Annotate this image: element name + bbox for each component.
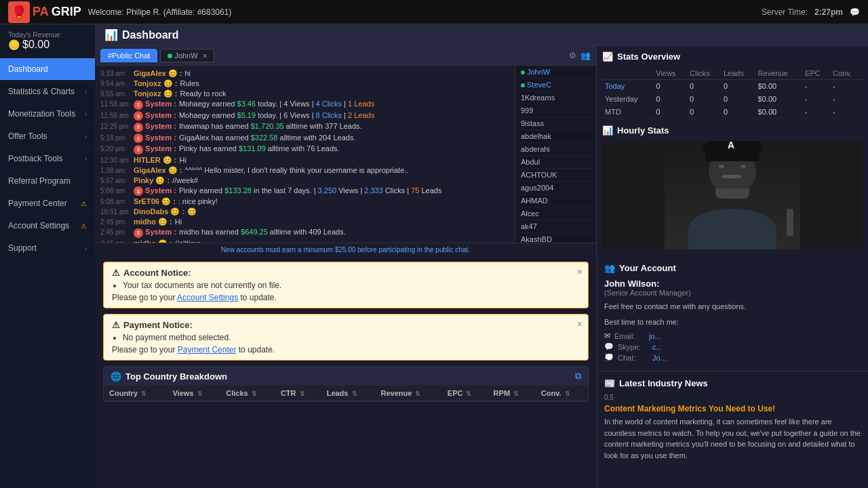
payment-notice-close[interactable]: ×: [577, 319, 583, 329]
msg-time: 9:54 am: [100, 79, 131, 87]
close-icon[interactable]: ×: [203, 52, 207, 60]
chat-user[interactable]: SteveC: [515, 79, 596, 92]
body: [688, 209, 776, 249]
chat-user[interactable]: ACHTOUK: [515, 169, 596, 182]
sidebar-label-monetization: Monetization Tools: [8, 109, 75, 119]
tab-johnjw[interactable]: JohnW ×: [160, 49, 214, 62]
chat-user[interactable]: AHMAD: [515, 195, 596, 207]
col-leads[interactable]: Leads ⇅: [321, 386, 376, 401]
conv-today: -: [830, 80, 863, 93]
col-country[interactable]: Country ⇅: [104, 386, 167, 401]
account-settings-link[interactable]: Account Settings: [177, 293, 238, 302]
sidebar-item-offer-tools[interactable]: Offer Tools ›: [0, 125, 95, 148]
chat-user[interactable]: abdelhak: [515, 130, 596, 143]
chat-user[interactable]: Alcec: [515, 207, 596, 220]
views-yesterday: 0: [653, 93, 687, 106]
msg-text: Pinky has earned $131.09 alltime with 76…: [179, 144, 509, 152]
chat-user[interactable]: agus2004: [515, 182, 596, 195]
chat-user[interactable]: 999: [515, 104, 596, 117]
account-notice-close[interactable]: ×: [577, 266, 583, 277]
welcome-text: Welcome: Philipe R. (Affiliate: #683061): [88, 7, 232, 17]
sort-icon: ⇅: [415, 390, 420, 397]
sidebar-item-support[interactable]: Support ›: [0, 237, 95, 260]
video-person: A: [602, 141, 863, 249]
sort-icon: ⇅: [300, 390, 305, 397]
stats-row-mtd: MTD 0 0 0 $0.00 - -: [602, 106, 863, 119]
chat-row: 1:38 am GigaAlex 😊 : ^^^^^ Hello mister,…: [95, 165, 515, 176]
col-clicks[interactable]: Clicks ⇅: [220, 386, 275, 401]
col-conv[interactable]: Conv. ⇅: [536, 386, 588, 401]
right-eye: [741, 165, 746, 168]
col-views[interactable]: Views ⇅: [167, 386, 220, 401]
chat-notice: New accounts must earn a minumum $25.00 …: [95, 243, 596, 256]
col-ctr[interactable]: CTR ⇅: [275, 386, 321, 401]
sort-icon: ⇅: [252, 390, 257, 397]
col-conv: Conv.: [830, 67, 863, 80]
sidebar-item-referral[interactable]: Referral Program: [0, 170, 95, 192]
sidebar-label-dashboard: Dashboard: [8, 64, 48, 74]
sidebar-item-dashboard[interactable]: Dashboard: [0, 58, 95, 81]
sidebar-item-monetization[interactable]: Monetization Tools ›: [0, 103, 95, 125]
msg-user: GigaAlex 😊 :: [134, 69, 182, 78]
users-icon[interactable]: 👥: [580, 51, 591, 60]
msg-text: midho has earned $649.25 alltime with 40…: [179, 228, 509, 236]
chat-user[interactable]: Abdul: [515, 156, 596, 169]
col-rpm[interactable]: RPM ⇅: [488, 386, 536, 401]
chat-user[interactable]: 1Kdreams: [515, 92, 596, 104]
sidebar-item-stats[interactable]: Statistics & Charts ›: [0, 81, 95, 103]
msg-text: ^^^^^ Hello mister, I don't really think…: [184, 166, 509, 174]
center-column: 📊 Dashboard #Public Chat JohnW ×: [95, 24, 868, 488]
sidebar-item-postback[interactable]: Postback Tools ›: [0, 148, 95, 170]
msg-time: 5:08 am: [100, 186, 131, 195]
external-link-icon[interactable]: ⧉: [575, 371, 581, 382]
chevron-icon: ›: [85, 133, 87, 140]
col-revenue[interactable]: Revenue ⇅: [376, 386, 442, 401]
conv-mtd: -: [830, 106, 863, 119]
chat-user[interactable]: 9istass: [515, 117, 596, 130]
revenue-today: $0.00: [755, 80, 802, 93]
chat-row: 5:08 am SrET06 😊 : : nice pinky!: [95, 197, 515, 207]
sidebar-label-stats: Statistics & Charts: [8, 87, 75, 96]
msg-user: GigaAlex 😊 :: [134, 166, 182, 175]
account-warn-icon: ⚠: [81, 222, 87, 230]
msg-text: Mohaegy earned $3.46 today. | 4 Views | …: [179, 100, 509, 108]
sidebar-label-offer-tools: Offer Tools: [8, 131, 47, 141]
settings-icon[interactable]: ⚙: [569, 51, 576, 60]
chat-row: 9:54 am Tonjoxz 😊 : Rules: [95, 79, 515, 89]
sidebar-item-account[interactable]: Account Settings ⚠: [0, 215, 95, 237]
sort-icon: ⇅: [466, 390, 471, 397]
chat-user[interactable]: JohnW: [515, 66, 596, 79]
dashboard-icon: 📊: [104, 28, 118, 41]
chat-user[interactable]: AkashBD: [515, 233, 596, 243]
chat-stats-row: #Public Chat JohnW × ⚙ 👥: [95, 46, 868, 256]
account-notice-title-text: Account Notice:: [123, 268, 191, 278]
msg-user: midho 😊 :: [134, 218, 172, 226]
bottom-left: × ⚠ Account Notice: Your tax documents a…: [95, 256, 597, 488]
msg-text: Mohaegy earned $5.19 today. | 6 Views | …: [179, 111, 509, 119]
col-revenue: Revenue: [755, 67, 802, 80]
leads-mtd: 0: [721, 106, 755, 119]
chat-row-system: 5:18 pm S System : GigaAlex has earned $…: [95, 133, 515, 144]
chat-user[interactable]: ak47: [515, 220, 596, 233]
sidebar-item-payment[interactable]: Payment Center ⚠: [0, 192, 95, 215]
news-article-title[interactable]: Content Marketing Metrics You Need to Us…: [604, 404, 861, 413]
tab-public-chat[interactable]: #Public Chat: [100, 49, 157, 62]
msg-user-system: S System :: [134, 186, 176, 197]
contact-skype-row: 💬 Skype: c...: [604, 342, 861, 351]
sidebar-label-postback: Postback Tools: [8, 154, 63, 163]
chat-value: Jo...: [652, 354, 667, 362]
epc-today: -: [802, 80, 830, 93]
chat-icon[interactable]: 💬: [850, 7, 860, 17]
chevron-icon: ›: [85, 245, 87, 252]
msg-time: 9:55 am: [100, 89, 131, 98]
msg-time: 5:07 am: [100, 176, 131, 184]
chat-panel: #Public Chat JohnW × ⚙ 👥: [95, 46, 597, 256]
chat-user[interactable]: abderahi: [515, 143, 596, 156]
payment-notice-title-text: Payment Notice:: [123, 320, 193, 330]
chat-messages[interactable]: 9:33 am GigaAlex 😊 : hi 9:54 am Tonjoxz …: [95, 66, 515, 243]
server-time-label: Server Time:: [762, 7, 808, 17]
sort-icon: ⇅: [513, 390, 519, 397]
payment-center-link[interactable]: Payment Center: [178, 345, 237, 354]
col-epc[interactable]: EPC ⇅: [442, 386, 488, 401]
right-panel: 👥 Your Account John Wilson: (Senior Acco…: [597, 256, 868, 488]
